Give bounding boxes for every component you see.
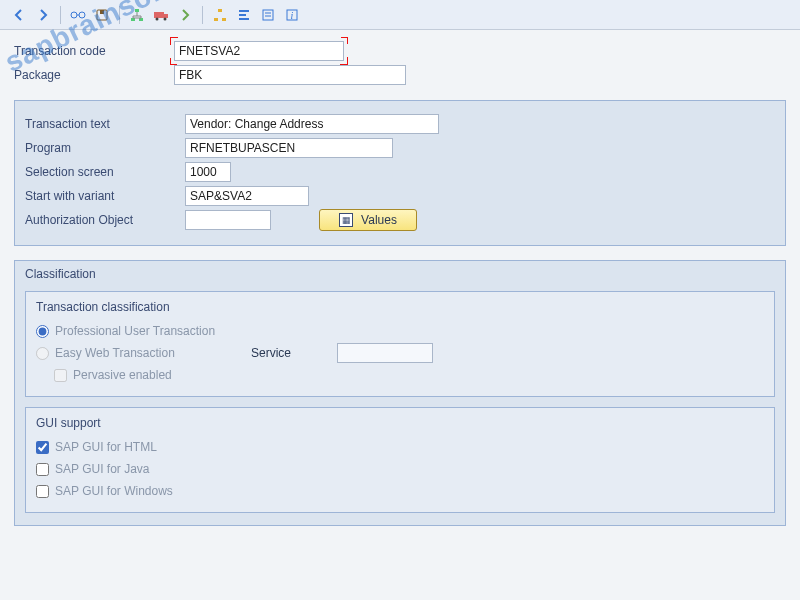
gui-html-row: SAP GUI for HTML	[36, 436, 764, 458]
program-label: Program	[25, 141, 185, 155]
next-icon[interactable]	[174, 4, 196, 26]
variant-input[interactable]	[185, 186, 309, 206]
hierarchy-icon[interactable]	[126, 4, 148, 26]
opt-professional-radio[interactable]	[36, 325, 49, 338]
svg-text:i: i	[291, 10, 294, 21]
svg-rect-4	[100, 10, 104, 14]
gui-support-title: GUI support	[36, 416, 764, 430]
service-label: Service	[251, 346, 331, 360]
svg-point-0	[71, 12, 77, 18]
opt-professional-row: Professional User Transaction	[36, 320, 764, 342]
gui-windows-check[interactable]	[36, 485, 49, 498]
svg-point-16	[164, 17, 167, 20]
opt-pervasive-check[interactable]	[54, 369, 67, 382]
gui-html-label: SAP GUI for HTML	[55, 440, 157, 454]
gui-windows-row: SAP GUI for Windows	[36, 480, 764, 502]
values-button[interactable]: ▦ Values	[319, 209, 417, 231]
gui-java-row: SAP GUI for Java	[36, 458, 764, 480]
tcode-row: Transaction code	[14, 40, 786, 62]
svg-rect-5	[135, 9, 139, 12]
trans-class-title: Transaction classification	[36, 300, 764, 314]
svg-point-1	[79, 12, 85, 18]
service-input[interactable]	[337, 343, 433, 363]
package-input[interactable]	[174, 65, 406, 85]
classification-group: Classification Transaction classificatio…	[14, 260, 786, 526]
table-icon: ▦	[339, 213, 353, 227]
toolbar-separator	[202, 6, 203, 24]
svg-rect-19	[222, 18, 226, 21]
classification-title: Classification	[25, 267, 775, 281]
opt-easy-radio[interactable]	[36, 347, 49, 360]
tcode-label: Transaction code	[14, 44, 174, 58]
tcode-required-frame	[174, 41, 344, 61]
toolbar: i	[0, 0, 800, 30]
variant-label: Start with variant	[25, 189, 185, 203]
package-row: Package	[14, 64, 786, 86]
opt-easy-label: Easy Web Transaction	[55, 346, 245, 360]
align-icon[interactable]	[233, 4, 255, 26]
program-input[interactable]	[185, 138, 393, 158]
tree-icon[interactable]	[209, 4, 231, 26]
values-button-label: Values	[361, 213, 397, 227]
gui-java-check[interactable]	[36, 463, 49, 476]
trans-text-input[interactable]	[185, 114, 439, 134]
opt-pervasive-label: Pervasive enabled	[73, 368, 172, 382]
tcode-input[interactable]	[174, 41, 344, 61]
glasses-icon[interactable]	[67, 4, 89, 26]
forward-icon[interactable]	[32, 4, 54, 26]
svg-rect-14	[164, 14, 168, 18]
svg-point-15	[156, 17, 159, 20]
transport-icon[interactable]	[150, 4, 172, 26]
save-icon[interactable]	[91, 4, 113, 26]
package-label: Package	[14, 68, 174, 82]
content-area: Transaction code Package Transaction tex…	[0, 30, 800, 540]
details-group: Transaction text Program Selection scree…	[14, 100, 786, 246]
sel-screen-input[interactable]	[185, 162, 231, 182]
authobj-label: Authorization Object	[25, 213, 185, 227]
back-icon[interactable]	[8, 4, 30, 26]
svg-rect-18	[214, 18, 218, 21]
info-icon[interactable]: i	[281, 4, 303, 26]
svg-rect-23	[263, 10, 273, 20]
gui-windows-label: SAP GUI for Windows	[55, 484, 173, 498]
svg-rect-17	[218, 9, 222, 12]
trans-class-subgroup: Transaction classification Professional …	[25, 291, 775, 397]
toolbar-separator	[60, 6, 61, 24]
gui-java-label: SAP GUI for Java	[55, 462, 149, 476]
gui-support-subgroup: GUI support SAP GUI for HTML SAP GUI for…	[25, 407, 775, 513]
sel-screen-label: Selection screen	[25, 165, 185, 179]
gui-html-check[interactable]	[36, 441, 49, 454]
toolbar-separator	[119, 6, 120, 24]
opt-easy-row: Easy Web Transaction Service	[36, 342, 764, 364]
opt-professional-label: Professional User Transaction	[55, 324, 215, 338]
authobj-input[interactable]	[185, 210, 271, 230]
opt-pervasive-row: Pervasive enabled	[36, 364, 764, 386]
list-icon[interactable]	[257, 4, 279, 26]
svg-rect-13	[154, 12, 164, 18]
trans-text-label: Transaction text	[25, 117, 185, 131]
